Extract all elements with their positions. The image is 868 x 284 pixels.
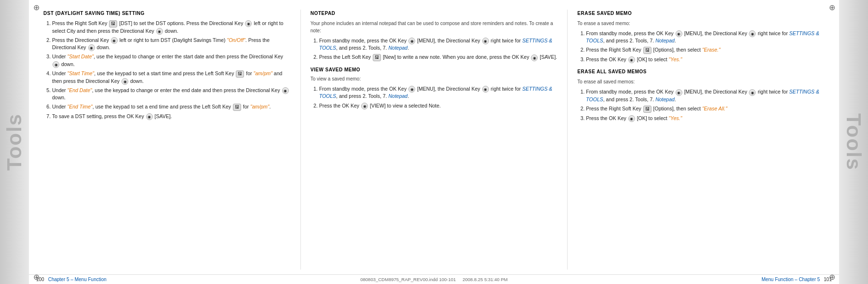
view-memo-intro: To view a saved memo:: [311, 75, 558, 82]
dir-key-icon: ◉: [53, 61, 59, 68]
timestamp: 2008.8.25 5:31:40 PM: [462, 277, 508, 282]
left-soft-key-icon-2: 🖫: [233, 104, 241, 111]
erase-all-title: ERASE ALL SAVED MEMOS: [577, 68, 825, 75]
highlight-ampm: "am/pm": [253, 70, 272, 76]
dir-key-icon: ◉: [749, 89, 756, 96]
list-item: Under "Start Date", use the keypad to ch…: [52, 53, 291, 68]
crosshair-top-left-icon: ⊕: [32, 3, 41, 12]
dir-key-icon: ◉: [156, 28, 163, 35]
notepad-title: NOTEPAD: [311, 10, 558, 17]
dir-key-icon: ◉: [749, 30, 756, 37]
list-item: To save a DST setting, press the OK Key …: [52, 113, 291, 120]
highlight-yes-2: "Yes.": [669, 115, 682, 121]
page-container: Tools Tools ⊕ ⊕ ⊕ ⊕ DST (DAYLIGHT SAVING…: [0, 0, 868, 284]
dst-list: Press the Right Soft Key 🖫 [DST] to set …: [43, 20, 291, 120]
highlight-yes: "Yes.": [669, 56, 682, 62]
footer-right: Menu Function – Chapter 5 101: [761, 277, 832, 282]
list-item: From standby mode, press the OK Key ◉ [M…: [319, 37, 558, 52]
highlight-start-time: "Start Time": [68, 70, 95, 76]
highlight-start-date: "Start Date": [68, 54, 94, 59]
list-item: Press the Left Soft Key 🖫 [New] to write…: [319, 54, 558, 61]
dir-key-icon: ◉: [282, 87, 289, 94]
highlight-ampm-2: "am/pm": [250, 104, 270, 109]
ok-key-icon: ◉: [676, 30, 682, 37]
notepad-intro: Your phone includes an internal notepad …: [311, 20, 558, 34]
side-right-text: Tools: [842, 113, 865, 171]
dir-key-icon: ◉: [111, 37, 118, 44]
highlight-erase: "Erase.": [702, 47, 720, 53]
dst-column: DST (DAYLIGHT SAVING TIME) SETTING Press…: [34, 10, 300, 270]
highlight-notepad: Notepad: [655, 38, 675, 43]
view-memo-list: From standby mode, press the OK Key ◉ [M…: [311, 85, 558, 109]
erase-all-intro: To erase all saved memos:: [577, 78, 825, 85]
list-item: Press the Right Soft Key 🖫 [Options], th…: [586, 46, 825, 54]
footer-center: 080803_CDM8975_RAP_REV00.indd 100-101 20…: [360, 277, 507, 282]
view-memo-title: VIEW SAVED MEMO: [311, 66, 558, 73]
ok-key-icon: ◉: [361, 103, 368, 109]
list-item: Press the Directional Key ◉ left or righ…: [52, 37, 291, 51]
list-item: From standby mode, press the OK Key ◉ [M…: [319, 85, 558, 100]
highlight-erase-all: "Erase All.": [702, 106, 727, 111]
ok-key-icon: ◉: [408, 38, 415, 44]
right-soft-key-icon: 🖫: [643, 47, 651, 54]
list-item: Press the OK Key ◉ [OK] to select "Yes.": [586, 115, 825, 122]
side-left-text: Tools: [3, 113, 26, 171]
ok-key-icon: ◉: [628, 115, 635, 122]
dir-key-icon: ◉: [88, 44, 95, 51]
list-item: Under "End Time", use the keypad to set …: [52, 103, 291, 111]
ok-key-icon: ◉: [531, 54, 538, 61]
crosshair-bottom-left-icon: ⊕: [32, 272, 41, 281]
list-item: Press the OK Key ◉ [OK] to select "Yes.": [586, 56, 825, 63]
highlight-notepad: Notepad: [655, 96, 675, 102]
erase-column: ERASE SAVED MEMO To erase a saved memo: …: [567, 10, 834, 270]
dir-key-icon: ◉: [482, 38, 489, 44]
ok-key-icon: ◉: [408, 86, 415, 93]
erase-saved-list: From standby mode, press the OK Key ◉ [M…: [577, 30, 825, 63]
erase-all-list: From standby mode, press the OK Key ◉ [M…: [577, 88, 825, 122]
dir-key-icon: ◉: [122, 78, 128, 85]
dst-title: DST (DAYLIGHT SAVING TIME) SETTING: [43, 10, 291, 17]
list-item: Press the Right Soft Key 🖫 [DST] to set …: [52, 20, 291, 35]
left-soft-key-icon: 🖫: [373, 54, 381, 61]
highlight-settings: SETTINGS & TOOLS: [319, 86, 553, 99]
notepad-list: From standby mode, press the OK Key ◉ [M…: [311, 37, 558, 61]
main-content: ⊕ ⊕ ⊕ ⊕ DST (DAYLIGHT SAVING TIME) SETTI…: [29, 0, 839, 284]
list-item: Press the Right Soft Key 🖫 [Options], th…: [586, 105, 825, 113]
highlight-settings: SETTINGS & TOOLS: [319, 38, 553, 51]
highlight-notepad: Notepad: [388, 93, 407, 99]
right-soft-key-icon: 🖫: [109, 20, 117, 27]
footer: 100 Chapter 5 – Menu Function 080803_CDM…: [29, 274, 839, 284]
crosshair-top-right-icon: ⊕: [827, 3, 836, 12]
content-area: DST (DAYLIGHT SAVING TIME) SETTING Press…: [29, 0, 839, 274]
ok-key-icon: ◉: [676, 89, 682, 96]
file-info: 080803_CDM8975_RAP_REV00.indd 100-101: [360, 277, 456, 282]
right-soft-key-icon: 🖫: [643, 106, 651, 113]
highlight-end-time: "End Time": [68, 104, 93, 109]
chapter-label-right: Menu Function – Chapter 5: [761, 277, 820, 282]
dir-key-icon: ◉: [245, 20, 252, 27]
highlight-notepad: Notepad: [388, 45, 407, 51]
highlight-settings: SETTINGS & TOOLS: [586, 30, 819, 43]
left-soft-key-icon: 🖫: [236, 70, 244, 78]
highlight-on-off: "On/Off": [227, 37, 245, 43]
dir-key-icon: ◉: [482, 86, 489, 93]
list-item: Under "End Date", use the keypad to chan…: [52, 87, 291, 101]
highlight-settings: SETTINGS & TOOLS: [586, 89, 819, 102]
list-item: From standby mode, press the OK Key ◉ [M…: [586, 88, 825, 103]
side-left-bar: Tools: [0, 0, 29, 284]
list-item: Under "Start Time", use the keypad to se…: [52, 70, 291, 85]
list-item: From standby mode, press the OK Key ◉ [M…: [586, 30, 825, 44]
crosshair-bottom-right-icon: ⊕: [827, 272, 836, 281]
highlight-end-date: "End Date": [68, 87, 92, 93]
list-item: Press the OK Key ◉ [VIEW] to view a sele…: [319, 102, 558, 109]
erase-saved-intro: To erase a saved memo:: [577, 20, 825, 27]
erase-saved-title: ERASE SAVED MEMO: [577, 10, 825, 17]
chapter-label-left: Chapter 5 – Menu Function: [48, 277, 107, 282]
ok-key-icon: ◉: [146, 113, 153, 120]
side-right-bar: Tools: [839, 0, 868, 284]
notepad-column: NOTEPAD Your phone includes an internal …: [300, 10, 568, 270]
ok-key-icon: ◉: [628, 56, 635, 63]
footer-left: 100 Chapter 5 – Menu Function: [36, 277, 107, 282]
